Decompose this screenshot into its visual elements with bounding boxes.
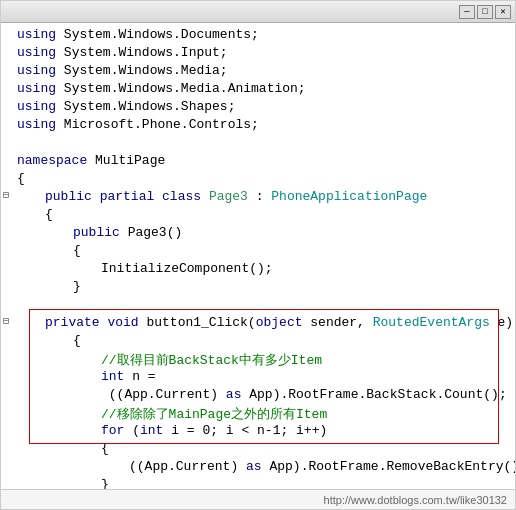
code-text: } [17, 279, 513, 294]
code-line: ⊟ private void button1_Click(object send… [1, 315, 515, 333]
code-line: //移除除了MainPage之外的所有Item [1, 405, 515, 423]
code-text: { [17, 207, 513, 222]
fold-icon [3, 153, 15, 164]
fold-icon [3, 261, 15, 272]
main-window: ─ □ ✕ using System.Windows.Documents; us… [0, 0, 516, 510]
fold-icon [3, 27, 15, 38]
code-text: public partial class Page3 : PhoneApplic… [17, 189, 513, 204]
fold-icon [3, 423, 15, 434]
code-text: namespace MultiPage [17, 153, 513, 168]
code-text: int n = [17, 369, 513, 384]
fold-icon [3, 387, 15, 398]
code-text: { [17, 333, 513, 348]
fold-icon [3, 297, 15, 308]
titlebar: ─ □ ✕ [1, 1, 515, 23]
code-line: for (int i = 0; i < n-1; i++) [1, 423, 515, 441]
code-text: using System.Windows.Media; [17, 63, 513, 78]
code-line [1, 297, 515, 315]
maximize-button[interactable]: □ [477, 5, 493, 19]
code-text: ((App.Current) as App).RootFrame.BackSta… [17, 387, 513, 402]
code-text: { [17, 171, 513, 186]
code-text: ((App.Current) as App).RootFrame.RemoveB… [17, 459, 515, 474]
code-line: { [1, 171, 515, 189]
fold-icon [3, 405, 15, 416]
fold-icon [3, 99, 15, 110]
code-line: } [1, 279, 515, 297]
code-text: public Page3() [17, 225, 513, 240]
fold-icon [3, 135, 15, 146]
fold-icon [3, 225, 15, 236]
code-line: using System.Windows.Media.Animation; [1, 81, 515, 99]
minimize-button[interactable]: ─ [459, 5, 475, 19]
close-button[interactable]: ✕ [495, 5, 511, 19]
fold-icon [3, 279, 15, 290]
fold-icon [3, 459, 15, 470]
code-line: { [1, 243, 515, 261]
fold-icon [3, 441, 15, 452]
fold-icon [3, 369, 15, 380]
code-text: using System.Windows.Media.Animation; [17, 81, 513, 96]
code-text: //取得目前BackStack中有多少Item [17, 351, 513, 369]
code-line: { [1, 207, 515, 225]
code-line: int n = [1, 369, 515, 387]
fold-icon: ⊟ [3, 315, 15, 327]
code-line: using System.Windows.Documents; [1, 27, 515, 45]
code-text: using System.Windows.Documents; [17, 27, 513, 42]
code-line: using Microsoft.Phone.Controls; [1, 117, 515, 135]
code-line: //取得目前BackStack中有多少Item [1, 351, 515, 369]
fold-icon [3, 477, 15, 488]
code-text [17, 297, 513, 312]
code-line: ((App.Current) as App).RootFrame.BackSta… [1, 387, 515, 405]
code-text: for (int i = 0; i < n-1; i++) [17, 423, 513, 438]
fold-icon [3, 351, 15, 362]
footer-bar: http://www.dotblogs.com.tw/like30132 [1, 489, 515, 509]
code-text: private void button1_Click(object sender… [17, 315, 513, 330]
fold-icon [3, 81, 15, 92]
code-line: public Page3() [1, 225, 515, 243]
fold-icon [3, 117, 15, 128]
code-line: namespace MultiPage [1, 153, 515, 171]
fold-icon: ⊟ [3, 189, 15, 201]
code-line: ((App.Current) as App).RootFrame.RemoveB… [1, 459, 515, 477]
code-text: using Microsoft.Phone.Controls; [17, 117, 513, 132]
fold-icon [3, 207, 15, 218]
code-text: using System.Windows.Shapes; [17, 99, 513, 114]
fold-icon [3, 243, 15, 254]
code-line: } [1, 477, 515, 489]
code-line: { [1, 441, 515, 459]
code-text: //移除除了MainPage之外的所有Item [17, 405, 513, 423]
code-line: using System.Windows.Media; [1, 63, 515, 81]
code-text: } [17, 477, 513, 489]
code-line: using System.Windows.Shapes; [1, 99, 515, 117]
code-line: using System.Windows.Input; [1, 45, 515, 63]
fold-icon [3, 333, 15, 344]
footer-url: http://www.dotblogs.com.tw/like30132 [324, 494, 507, 506]
code-text: { [17, 243, 513, 258]
code-text: { [17, 441, 513, 456]
code-text [17, 135, 513, 150]
fold-icon [3, 171, 15, 182]
code-text: InitializeComponent(); [17, 261, 513, 276]
code-line: ⊟ public partial class Page3 : PhoneAppl… [1, 189, 515, 207]
code-line: { [1, 333, 515, 351]
fold-icon [3, 63, 15, 74]
code-editor: using System.Windows.Documents; using Sy… [1, 23, 515, 489]
code-line: InitializeComponent(); [1, 261, 515, 279]
fold-icon [3, 45, 15, 56]
code-line [1, 135, 515, 153]
code-text: using System.Windows.Input; [17, 45, 513, 60]
